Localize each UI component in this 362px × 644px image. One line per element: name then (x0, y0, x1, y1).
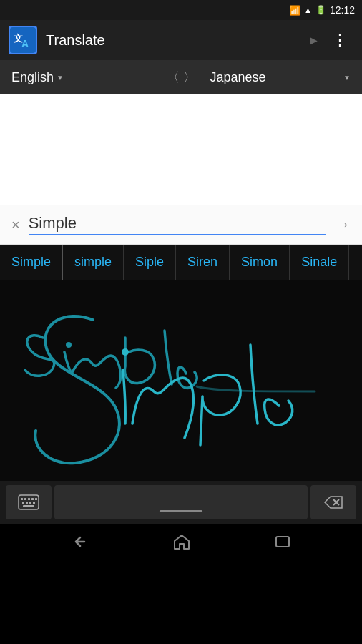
translation-input[interactable] (29, 214, 326, 235)
source-language-selector[interactable]: English ▼ (6, 67, 158, 88)
svg-text:A: A (21, 38, 29, 49)
app-title: Translate (46, 32, 301, 49)
translate-button[interactable]: → (332, 213, 353, 237)
status-icons: 📶 ▲ 🔋 12:12 (289, 4, 355, 16)
suggestion-item[interactable]: Siple (124, 245, 176, 280)
signal-icon: ▲ (304, 6, 312, 14)
translation-output-area (0, 94, 362, 205)
signal-decoration: ▶ (310, 34, 318, 46)
recents-button[interactable] (268, 527, 298, 560)
navigation-bar (0, 524, 362, 564)
handwriting-svg (0, 280, 362, 481)
suggestion-item[interactable]: Sinale (290, 245, 349, 280)
svg-rect-10 (35, 498, 37, 500)
suggestion-item[interactable]: simple (63, 245, 124, 280)
svg-rect-7 (24, 498, 26, 500)
svg-rect-13 (29, 502, 31, 504)
keyboard-icon (18, 494, 39, 510)
language-bar: English ▼ 〈 〉 Japanese ▼ (0, 60, 362, 94)
svg-rect-6 (21, 498, 23, 500)
language-swap-button[interactable]: 〈 〉 (161, 66, 202, 89)
svg-point-3 (66, 342, 72, 348)
svg-rect-14 (33, 502, 35, 504)
status-time: 12:12 (330, 4, 355, 16)
overflow-menu-button[interactable]: ⋮ (326, 26, 353, 54)
back-icon (70, 533, 90, 550)
clear-input-button[interactable]: × (9, 214, 23, 236)
source-lang-dropdown-icon: ▼ (57, 74, 64, 82)
space-bar-indicator (160, 510, 202, 512)
input-area: × → (0, 205, 362, 245)
source-language-label: English (11, 70, 54, 85)
battery-icon: 🔋 (315, 5, 326, 15)
svg-rect-11 (22, 502, 24, 504)
backspace-button[interactable] (310, 485, 356, 519)
home-button[interactable] (167, 527, 197, 560)
suggestion-item[interactable]: Siren (176, 245, 230, 280)
wifi-icon: 📶 (289, 5, 300, 16)
svg-rect-9 (31, 498, 34, 500)
keyboard-bar (0, 481, 362, 524)
app-logo: 文 A (9, 26, 37, 54)
suggestions-bar: Simple simple Siple Siren Simon Sinale (0, 245, 362, 280)
back-button[interactable] (64, 527, 96, 560)
suggestion-item[interactable]: Simple (0, 245, 63, 280)
suggestion-item[interactable]: Simon (230, 245, 290, 280)
svg-rect-18 (276, 537, 289, 547)
svg-rect-15 (23, 505, 34, 507)
recents-icon (273, 533, 292, 550)
handwriting-canvas[interactable] (0, 280, 362, 481)
svg-point-4 (122, 348, 129, 356)
target-language-label: Japanese (210, 70, 266, 85)
status-bar: 📶 ▲ 🔋 12:12 (0, 0, 362, 20)
svg-rect-8 (28, 498, 30, 500)
keyboard-toggle-button[interactable] (6, 485, 52, 519)
backspace-icon (323, 495, 343, 509)
svg-rect-12 (26, 502, 28, 504)
home-icon (172, 533, 191, 550)
target-lang-dropdown-icon: ▼ (343, 74, 351, 82)
space-bar-button[interactable] (54, 485, 308, 519)
target-language-selector[interactable]: Japanese ▼ (205, 67, 357, 88)
app-bar: 文 A Translate ▶ ⋮ (0, 20, 362, 60)
